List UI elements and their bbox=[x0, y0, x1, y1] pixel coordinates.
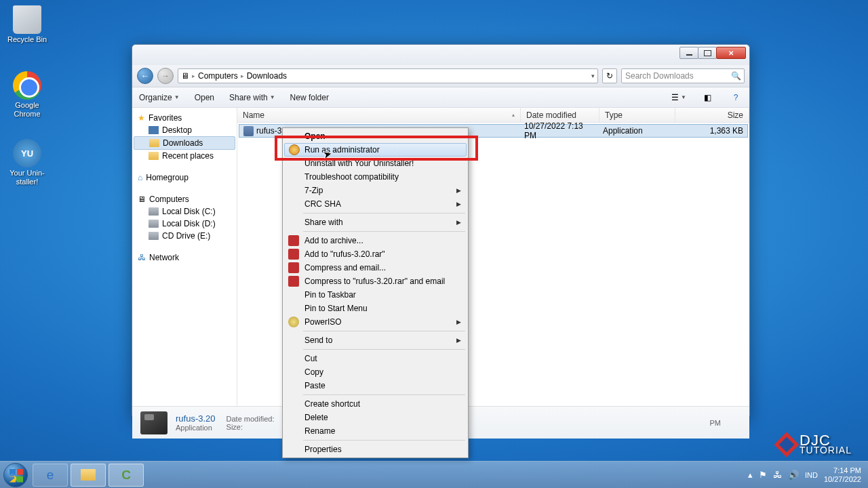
ctx-compress-email[interactable]: Compress and email... bbox=[284, 261, 467, 274]
submenu-arrow-icon: ▶ bbox=[456, 337, 461, 344]
network-tray-icon[interactable]: 🖧 bbox=[773, 470, 782, 480]
ctx-add-to-rar[interactable]: Add to "rufus-3.20.rar" bbox=[284, 247, 467, 261]
sidebar-item-downloads[interactable]: Downloads bbox=[134, 136, 235, 150]
winrar-icon bbox=[288, 262, 299, 273]
maximize-button[interactable] bbox=[698, 47, 717, 59]
refresh-button[interactable]: ↻ bbox=[602, 68, 617, 83]
chevron-right-icon: ▸ bbox=[241, 73, 244, 79]
ctx-share-with[interactable]: Share with▶ bbox=[284, 216, 467, 229]
windows-orb-icon bbox=[3, 463, 28, 487]
ctx-7zip[interactable]: 7-Zip▶ bbox=[284, 184, 467, 197]
ctx-cut[interactable]: Cut bbox=[284, 352, 467, 365]
ctx-uninstall[interactable]: Uninstall with Your Uninstaller! bbox=[284, 157, 467, 170]
ctx-properties[interactable]: Properties bbox=[284, 443, 467, 456]
back-button[interactable]: ← bbox=[137, 68, 153, 84]
separator bbox=[303, 231, 465, 232]
submenu-arrow-icon: ▶ bbox=[456, 319, 461, 325]
sidebar-computers[interactable]: 🖥Computers bbox=[132, 193, 237, 205]
minimize-button[interactable] bbox=[679, 47, 698, 59]
breadcrumb-segment[interactable]: Computers bbox=[198, 71, 238, 81]
ctx-compress-to-email[interactable]: Compress to "rufus-3.20.rar" and email bbox=[284, 274, 467, 288]
ctx-rename[interactable]: Rename bbox=[284, 424, 467, 438]
sidebar-homegroup[interactable]: ⌂Homegroup bbox=[132, 171, 237, 184]
ctx-open[interactable]: Open bbox=[284, 129, 467, 143]
submenu-arrow-icon: ▶ bbox=[456, 219, 461, 226]
nav-bar: ← → 🖥 ▸ Computers ▸ Downloads ▾ ↻ Search… bbox=[132, 65, 749, 87]
sidebar-item-cd-drive[interactable]: CD Drive (E:) bbox=[132, 230, 237, 242]
column-headers: Name▴ Date modified Type Size bbox=[237, 108, 749, 123]
show-hidden-icon[interactable]: ▴ bbox=[748, 470, 753, 480]
sidebar-favorites[interactable]: ★Favorites bbox=[132, 112, 237, 124]
ctx-copy[interactable]: Copy bbox=[284, 365, 467, 379]
titlebar[interactable] bbox=[132, 45, 749, 65]
toolbar: Organize▼ Open Share with▼ New folder ☰▼… bbox=[132, 87, 749, 108]
cd-icon bbox=[149, 232, 159, 240]
details-size-label: Size: bbox=[226, 423, 275, 431]
taskbar: e C ▴ ⚑ 🖧 🔊 IND 7:14 PM 10/27/2022 bbox=[0, 461, 868, 488]
column-date[interactable]: Date modified bbox=[521, 108, 599, 122]
app-icon bbox=[243, 126, 254, 136]
taskbar-explorer[interactable] bbox=[71, 464, 106, 487]
address-bar[interactable]: 🖥 ▸ Computers ▸ Downloads ▾ bbox=[178, 68, 598, 83]
help-button[interactable]: ? bbox=[729, 91, 743, 104]
dropdown-icon[interactable]: ▾ bbox=[591, 73, 595, 79]
drive-icon bbox=[149, 220, 159, 228]
language-indicator[interactable]: IND bbox=[805, 471, 818, 479]
details-modified-label: Date modified: bbox=[226, 415, 275, 423]
homegroup-icon: ⌂ bbox=[138, 173, 142, 182]
share-with-button[interactable]: Share with▼ bbox=[229, 93, 275, 102]
ctx-pin-start[interactable]: Pin to Start Menu bbox=[284, 302, 467, 315]
ctx-paste[interactable]: Paste bbox=[284, 379, 467, 392]
taskbar-ie[interactable]: e bbox=[33, 464, 68, 487]
ctx-poweriso[interactable]: PowerISO▶ bbox=[284, 315, 467, 329]
ctx-delete[interactable]: Delete bbox=[284, 411, 467, 424]
details-filename: rufus-3.20 bbox=[176, 413, 216, 424]
breadcrumb-segment[interactable]: Downloads bbox=[247, 71, 287, 81]
taskbar-camtasia[interactable]: C bbox=[108, 464, 144, 487]
ctx-pin-taskbar[interactable]: Pin to Taskbar bbox=[284, 288, 467, 302]
winrar-icon bbox=[288, 235, 299, 246]
watermark-logo: DJCTUTORIAL bbox=[778, 434, 852, 454]
volume-icon[interactable]: 🔊 bbox=[788, 470, 799, 480]
search-placeholder: Search Downloads bbox=[625, 71, 694, 81]
sidebar-item-recent[interactable]: Recent places bbox=[132, 150, 237, 162]
winrar-icon bbox=[288, 249, 299, 260]
close-button[interactable] bbox=[716, 47, 746, 59]
search-input[interactable]: Search Downloads 🔍 bbox=[621, 68, 745, 83]
action-center-icon[interactable]: ⚑ bbox=[759, 470, 767, 480]
file-name: rufus-3 bbox=[256, 126, 281, 136]
ctx-create-shortcut[interactable]: Create shortcut bbox=[284, 397, 467, 411]
chevron-right-icon: ▸ bbox=[192, 73, 195, 79]
column-name[interactable]: Name▴ bbox=[237, 108, 521, 122]
start-button[interactable] bbox=[0, 462, 31, 489]
sidebar-item-disk-c[interactable]: Local Disk (C:) bbox=[132, 205, 237, 218]
new-folder-button[interactable]: New folder bbox=[290, 93, 329, 102]
open-button[interactable]: Open bbox=[195, 93, 214, 102]
desktop-icon-chrome[interactable]: Google Chrome bbox=[3, 71, 51, 119]
clock-date: 10/27/2022 bbox=[824, 475, 861, 483]
desktop-icon-your-uninstaller[interactable]: YU Your Unin-staller! bbox=[3, 139, 51, 186]
clock[interactable]: 7:14 PM 10/27/2022 bbox=[824, 466, 861, 483]
ctx-troubleshoot[interactable]: Troubleshoot compatibility bbox=[284, 170, 467, 184]
view-options-button[interactable]: ☰▼ bbox=[672, 91, 686, 104]
navigation-pane: ★Favorites Desktop Downloads Recent plac… bbox=[132, 108, 237, 406]
forward-button: → bbox=[157, 68, 174, 84]
ctx-add-archive[interactable]: Add to archive... bbox=[284, 234, 467, 247]
preview-pane-button[interactable]: ◧ bbox=[701, 91, 714, 104]
ctx-run-as-administrator[interactable]: Run as administrator bbox=[284, 143, 467, 157]
star-icon: ★ bbox=[138, 113, 145, 123]
network-icon: 🖧 bbox=[138, 253, 146, 262]
sidebar-network[interactable]: 🖧Network bbox=[132, 251, 237, 264]
clock-time: 7:14 PM bbox=[824, 466, 861, 474]
submenu-arrow-icon: ▶ bbox=[456, 201, 461, 207]
ctx-crc-sha[interactable]: CRC SHA▶ bbox=[284, 197, 467, 211]
desktop-icon-recycle-bin[interactable]: Recycle Bin bbox=[3, 5, 51, 44]
ctx-send-to[interactable]: Send to▶ bbox=[284, 333, 467, 347]
column-size[interactable]: Size bbox=[675, 108, 749, 122]
sidebar-item-desktop[interactable]: Desktop bbox=[132, 124, 237, 136]
organize-button[interactable]: Organize▼ bbox=[139, 93, 180, 102]
sidebar-item-disk-d[interactable]: Local Disk (D:) bbox=[132, 218, 237, 230]
column-type[interactable]: Type bbox=[599, 108, 675, 122]
separator bbox=[303, 349, 465, 350]
winrar-icon bbox=[288, 276, 299, 287]
